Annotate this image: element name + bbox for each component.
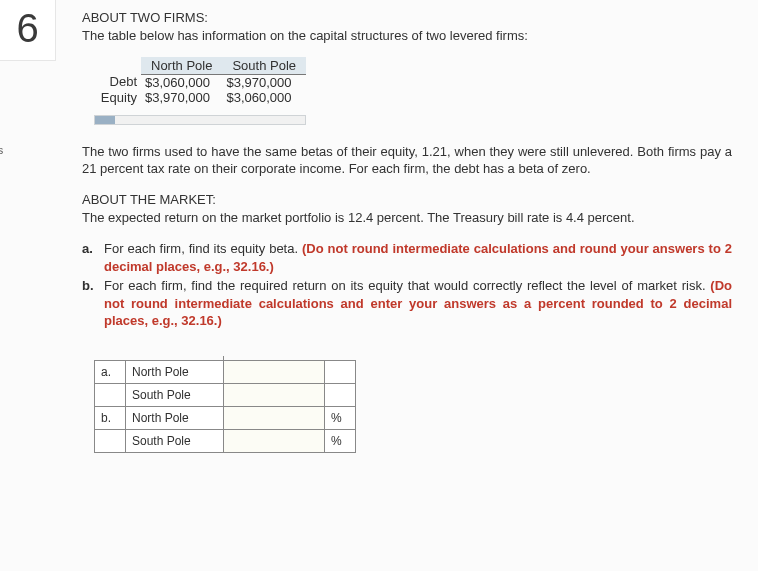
cell-value: $3,060,000 <box>222 90 306 105</box>
about-market-heading: ABOUT THE MARKET: <box>82 192 732 207</box>
question-content: ABOUT TWO FIRMS: The table below has inf… <box>82 10 732 453</box>
row-label: Equity <box>94 90 141 105</box>
answer-unit: % <box>325 406 356 429</box>
question-b: b. For each firm, find the required retu… <box>82 277 732 330</box>
question-number-box: 6 <box>0 0 56 61</box>
answer-firm-name: South Pole <box>126 429 224 452</box>
question-a-text: For each firm, find its equity beta. (Do… <box>104 240 732 275</box>
question-b-label: b. <box>82 277 98 330</box>
answer-row: South Pole % <box>95 429 356 452</box>
answer-part: a. <box>95 360 126 383</box>
answer-input-b-north[interactable] <box>224 409 324 427</box>
about-market-paragraph: The expected return on the market portfo… <box>82 209 732 227</box>
question-a: a. For each firm, find its equity beta. … <box>82 240 732 275</box>
row-label: Debt <box>94 74 141 90</box>
capital-structure-table: North Pole South Pole Debt $3,060,000 $3… <box>94 57 306 105</box>
answer-table: a. North Pole South Pole b. North Pole %… <box>94 360 356 453</box>
answer-firm-name: North Pole <box>126 360 224 383</box>
about-firms-intro: The table below has information on the c… <box>82 27 732 45</box>
points-label: oints <box>0 144 3 156</box>
about-firms-heading: ABOUT TWO FIRMS: <box>82 10 732 25</box>
answer-unit: % <box>325 429 356 452</box>
question-a-label: a. <box>82 240 98 275</box>
firms-paragraph: The two firms used to have the same beta… <box>82 143 732 178</box>
answer-part <box>95 429 126 452</box>
answer-row: a. North Pole <box>95 360 356 383</box>
cell-value: $3,970,000 <box>141 90 222 105</box>
cell-value: $3,970,000 <box>222 74 306 90</box>
question-b-text: For each firm, find the required return … <box>104 277 732 330</box>
answer-input-a-north[interactable] <box>224 363 324 381</box>
answer-unit <box>325 360 356 383</box>
row-debt: Debt $3,060,000 $3,970,000 <box>94 74 306 90</box>
row-equity: Equity $3,970,000 $3,060,000 <box>94 90 306 105</box>
answer-row: b. North Pole % <box>95 406 356 429</box>
question-number: 6 <box>0 0 55 56</box>
cell-value: $3,060,000 <box>141 74 222 90</box>
answer-firm-name: North Pole <box>126 406 224 429</box>
answer-part: b. <box>95 406 126 429</box>
blank-header <box>94 57 141 75</box>
answer-input-a-south[interactable] <box>224 386 324 404</box>
question-a-pre: For each firm, find its equity beta. <box>104 241 302 256</box>
horizontal-scrollbar[interactable] <box>94 115 306 125</box>
col-north-pole: North Pole <box>141 57 222 75</box>
question-page: 6 oints ABOUT TWO FIRMS: The table below… <box>0 0 758 571</box>
answer-firm-name: South Pole <box>126 383 224 406</box>
question-b-pre: For each firm, find the required return … <box>104 278 710 293</box>
answer-input-b-south[interactable] <box>224 432 324 450</box>
answer-row: South Pole <box>95 383 356 406</box>
answer-unit <box>325 383 356 406</box>
answer-part <box>95 383 126 406</box>
col-south-pole: South Pole <box>222 57 306 75</box>
